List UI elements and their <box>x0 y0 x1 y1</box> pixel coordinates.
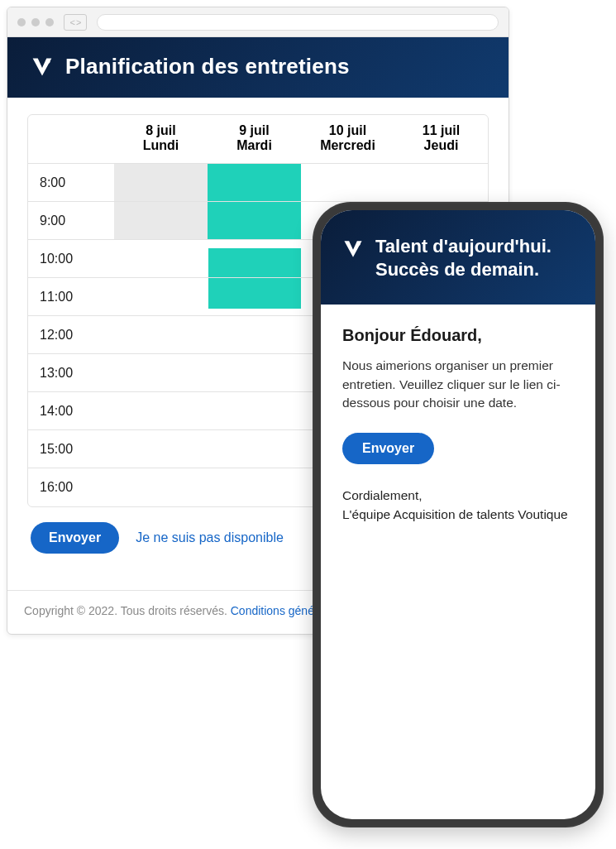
address-bar[interactable] <box>97 14 499 31</box>
slot-empty[interactable] <box>114 468 208 506</box>
slot-empty[interactable] <box>114 316 208 353</box>
not-available-link[interactable]: Je ne suis pas disponible <box>136 530 284 545</box>
phone-screen: Talent d'aujourd'hui. Succès de demain. … <box>321 210 595 819</box>
schedule-header-row: 8 juil Lundi 9 juil Mardi 10 juil Mercre… <box>28 115 488 164</box>
slot-unavailable[interactable] <box>114 202 208 239</box>
slot-empty[interactable] <box>114 240 208 277</box>
brand-logo-icon <box>31 55 54 79</box>
day-header: 10 juil Mercredi <box>301 115 394 163</box>
day-date: 11 juil <box>399 123 483 138</box>
time-label: 9:00 <box>28 202 114 239</box>
signature-line: Cordialement, <box>342 488 423 502</box>
time-label: 14:00 <box>28 392 114 429</box>
time-label: 12:00 <box>28 316 114 353</box>
slot-selected[interactable] <box>208 202 301 239</box>
slot-empty[interactable] <box>301 164 394 201</box>
time-label: 15:00 <box>28 430 114 468</box>
schedule-corner <box>28 115 114 163</box>
signature-line: L'équipe Acquisition de talents Voutique <box>342 507 568 521</box>
slot-empty[interactable] <box>208 392 301 429</box>
day-name: Mercredi <box>306 138 389 153</box>
time-label: 13:00 <box>28 354 114 391</box>
slot-empty[interactable] <box>208 468 301 506</box>
svg-point-0 <box>45 59 50 63</box>
headline-line: Succès de demain. <box>375 259 539 280</box>
slot-empty[interactable] <box>208 316 301 353</box>
slot-empty[interactable] <box>208 354 301 391</box>
window-dot <box>45 18 54 26</box>
day-header: 9 juil Mardi <box>208 115 301 163</box>
phone-headline: Talent d'aujourd'hui. Succès de demain. <box>375 235 552 281</box>
slot-empty[interactable] <box>114 278 208 315</box>
day-date: 8 juil <box>119 123 203 138</box>
slot-empty[interactable] <box>394 164 488 201</box>
time-label: 8:00 <box>28 164 114 201</box>
slot-selected[interactable] <box>208 278 301 315</box>
window-dot <box>17 18 26 26</box>
send-button[interactable]: Envoyer <box>342 433 434 464</box>
slot-selected[interactable] <box>208 164 301 201</box>
day-date: 9 juil <box>212 123 296 138</box>
phone-header: Talent d'aujourd'hui. Succès de demain. <box>321 210 595 305</box>
send-button[interactable]: Envoyer <box>31 522 119 554</box>
copyright-text: Copyright © 2022. Tous droits réservés. <box>24 604 231 617</box>
day-date: 10 juil <box>306 123 389 138</box>
schedule-row: 8:00 <box>28 164 488 202</box>
devtools-icon: < > <box>64 14 87 31</box>
time-label: 10:00 <box>28 240 114 277</box>
email-body: Bonjour Édouard, Nous aimerions organise… <box>321 305 595 540</box>
day-name: Lundi <box>119 138 203 153</box>
window-controls <box>17 18 54 26</box>
svg-point-1 <box>356 242 361 246</box>
day-name: Jeudi <box>399 138 483 153</box>
slot-selected[interactable] <box>208 240 301 277</box>
app-header: Planification des entretiens <box>7 37 509 98</box>
browser-chrome: < > <box>7 7 509 37</box>
slot-empty[interactable] <box>114 354 208 391</box>
page-title: Planification des entretiens <box>65 54 350 79</box>
time-label: 16:00 <box>28 468 114 506</box>
brand-logo-icon <box>342 238 364 260</box>
headline-line: Talent d'aujourd'hui. <box>375 236 552 257</box>
window-dot <box>31 18 40 26</box>
time-label: 11:00 <box>28 278 114 315</box>
slot-unavailable[interactable] <box>114 164 208 201</box>
phone-mock: Talent d'aujourd'hui. Succès de demain. … <box>313 202 604 827</box>
email-text: Nous aimerions organiser un premier entr… <box>342 357 574 412</box>
slot-empty[interactable] <box>208 430 301 468</box>
day-header: 8 juil Lundi <box>114 115 208 163</box>
signature: Cordialement, L'équipe Acquisition de ta… <box>342 486 574 525</box>
slot-empty[interactable] <box>114 430 208 468</box>
day-name: Mardi <box>212 138 296 153</box>
greeting: Bonjour Édouard, <box>342 326 574 345</box>
day-header: 11 juil Jeudi <box>394 115 488 163</box>
slot-empty[interactable] <box>114 392 208 429</box>
terms-link[interactable]: Conditions géné <box>231 604 314 617</box>
